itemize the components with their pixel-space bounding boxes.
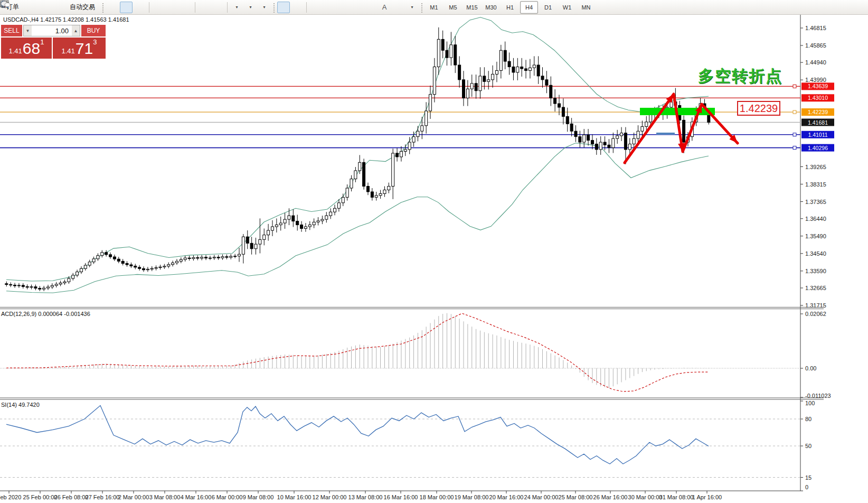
timeframe-h4[interactable]: H4 xyxy=(520,1,538,14)
macd-axis-tick: -0.011023 xyxy=(805,393,831,399)
time-axis-label: 24 Mar 00:00 xyxy=(524,494,559,500)
macd-indicator-label: ACD(12,26,9) 0.000064 -0.001436 xyxy=(1,311,90,317)
volume-decrease-button[interactable]: ▼ xyxy=(24,25,32,36)
bar-chart-mode-button[interactable] xyxy=(106,2,119,13)
chevron-down-icon: ▾ xyxy=(411,5,413,10)
line-selection-handle[interactable] xyxy=(793,110,796,114)
line-selection-handle[interactable] xyxy=(793,146,796,150)
volume-input[interactable]: 1.00 xyxy=(32,25,72,36)
time-axis-label: 16 Mar 16:00 xyxy=(384,494,418,500)
price-axis-badge-text: 1.43010 xyxy=(808,95,828,101)
svg-text:1.46815: 1.46815 xyxy=(805,25,826,31)
arrows-tool-button[interactable]: ▾ xyxy=(405,2,418,13)
timeframe-d1[interactable]: D1 xyxy=(539,1,557,14)
vertical-line-tool-button[interactable] xyxy=(309,2,322,13)
price-axis-ticks: 1.468151.458651.449401.439901.392651.383… xyxy=(800,25,826,309)
period-button[interactable]: ▾ xyxy=(244,2,257,13)
signals-button[interactable] xyxy=(52,2,64,13)
time-axis-label: 13 Mar 08:00 xyxy=(348,494,383,500)
gold-ingot-icon-button[interactable] xyxy=(24,2,37,13)
crosshair-tool-button[interactable] xyxy=(291,2,304,13)
one-click-trading-panel: SELL ▼ 1.00 ▲ BUY 1.41 68 1 1.41 71 3 xyxy=(1,25,106,59)
caret-up-icon: ▲ xyxy=(74,29,78,33)
timeframe-m30[interactable]: M30 xyxy=(482,1,500,14)
timeframe-mn[interactable]: MN xyxy=(577,1,595,14)
time-axis-label: 12 Mar 00:00 xyxy=(313,494,347,500)
main-toolbar: 订单 自动交易 xyxy=(0,0,868,15)
timeframe-m1[interactable]: M1 xyxy=(425,1,443,14)
time-axis-label: 4 Mar 16:00 xyxy=(181,494,212,500)
time-axis-label: 26 Mar 16:00 xyxy=(593,494,628,500)
cursor-tool-button[interactable] xyxy=(277,2,290,13)
timeframe-h1[interactable]: H1 xyxy=(501,1,519,14)
fibonacci-tool-button[interactable]: F xyxy=(364,2,377,13)
trendline-tool-button[interactable] xyxy=(337,2,350,13)
svg-text:1.39265: 1.39265 xyxy=(805,164,826,170)
toolbar-separator xyxy=(149,2,149,13)
zoom-out-button[interactable] xyxy=(166,2,178,13)
horizontal-line-tool-button[interactable] xyxy=(323,2,336,13)
turning-point-annotation[interactable]: 多空转折点 xyxy=(698,66,782,87)
chevron-down-icon: ▾ xyxy=(263,5,265,10)
rsi-line xyxy=(6,406,709,464)
sell-price-pip: 1 xyxy=(40,39,44,45)
timeframe-m15[interactable]: M15 xyxy=(463,1,481,14)
text-a-icon: A xyxy=(382,3,387,11)
new-chart-button[interactable]: ▾ xyxy=(230,2,243,13)
svg-text:1.38315: 1.38315 xyxy=(805,181,826,188)
time-axis-label: 25 Feb 00:00 xyxy=(23,494,58,500)
sell-button[interactable]: SELL xyxy=(1,25,22,36)
buy-price-pip: 3 xyxy=(93,39,97,45)
timeframe-w1[interactable]: W1 xyxy=(558,1,576,14)
bollinger-lower-band xyxy=(6,143,709,293)
line-chart-mode-button[interactable] xyxy=(134,2,146,13)
svg-text:1.44940: 1.44940 xyxy=(805,59,826,66)
bollinger-upper-band xyxy=(6,17,709,281)
svg-text:1.37365: 1.37365 xyxy=(805,199,826,205)
rsi-axis-tick: 50 xyxy=(805,443,812,449)
timeframe-m5[interactable]: M5 xyxy=(444,1,462,14)
svg-text:1.36440: 1.36440 xyxy=(805,216,826,222)
time-axis[interactable]: Feb 202025 Feb 00:0026 Feb 08:0027 Feb 1… xyxy=(0,491,722,500)
line-selection-handle[interactable] xyxy=(793,85,796,88)
price-axis-badge-text: 1.43639 xyxy=(808,83,828,89)
toolbar-separator xyxy=(227,2,228,13)
toolbar-separator xyxy=(195,2,195,13)
text-tool-button[interactable]: A xyxy=(378,2,391,13)
sell-price-display[interactable]: 1.41 68 1 xyxy=(1,38,52,59)
templates-button[interactable]: ▾ xyxy=(258,2,270,13)
macd-axis-tick: 0.00 xyxy=(805,365,816,371)
autotrading-button[interactable]: 自动交易 xyxy=(65,2,99,13)
line-selection-handle[interactable] xyxy=(793,133,796,136)
symbol-ohlc-line: USDCAD-,H4 1.42175 1.42208 1.41563 1.416… xyxy=(3,16,129,23)
channel-tool-button[interactable]: E xyxy=(351,2,363,13)
price-axis-badge-text: 1.40296 xyxy=(808,145,828,151)
time-axis-label: 1 Apr 16:00 xyxy=(692,494,722,500)
buy-button[interactable]: BUY xyxy=(81,25,106,36)
time-axis-label: 26 Feb 08:00 xyxy=(54,494,89,500)
time-axis-label: 20 Mar 16:00 xyxy=(489,494,524,500)
buy-price-display[interactable]: 1.41 71 3 xyxy=(53,38,106,59)
volume-increase-button[interactable]: ▲ xyxy=(72,25,80,36)
chat-button[interactable] xyxy=(853,2,866,13)
community-button[interactable] xyxy=(38,2,51,13)
toolbar-grip xyxy=(272,2,275,13)
search-button[interactable] xyxy=(839,2,852,13)
volume-stepper: ▼ 1.00 ▲ xyxy=(23,25,80,36)
zoom-in-button[interactable] xyxy=(152,2,165,13)
buy-price-main: 71 xyxy=(76,41,93,57)
sell-price-prefix: 1.41 xyxy=(9,46,22,57)
toolbar-grip xyxy=(101,2,104,13)
candlestick-mode-button[interactable] xyxy=(120,2,133,13)
svg-text:1.33590: 1.33590 xyxy=(805,268,826,274)
time-axis-label: 30 Mar 00:00 xyxy=(628,494,663,500)
chevron-down-icon: ▾ xyxy=(249,5,251,10)
price-level-label[interactable]: 1.42239 xyxy=(737,101,780,116)
buy-price-prefix: 1.41 xyxy=(62,46,75,57)
time-axis-label: 31 Mar 08:00 xyxy=(659,494,694,500)
chat-bubbles-icon xyxy=(0,0,11,8)
text-label-tool-button[interactable]: T xyxy=(392,2,404,13)
auto-scroll-button[interactable] xyxy=(198,2,211,13)
tile-windows-button[interactable] xyxy=(180,2,192,13)
chart-shift-button[interactable] xyxy=(212,2,224,13)
